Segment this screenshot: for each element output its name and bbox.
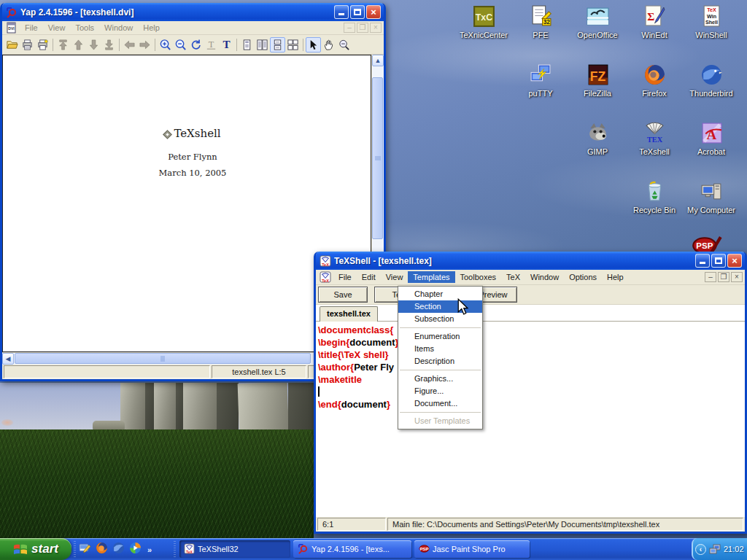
menu-item-chapter[interactable]: Chapter: [398, 288, 482, 300]
menu-item-enumeration[interactable]: Enumeration: [398, 330, 482, 343]
menu-item-items[interactable]: Items: [398, 343, 482, 355]
desktop-icon-acrobat[interactable]: AAcrobat: [683, 121, 740, 156]
yap-titlebar[interactable]: Yap 2.4.1596 - [texshell.dvi] ×: [2, 3, 384, 21]
yap-menu-help[interactable]: Help: [138, 22, 165, 34]
last-page-icon[interactable]: [101, 37, 117, 52]
continuous-icon[interactable]: [270, 37, 285, 52]
menu-item-graphics[interactable]: Graphics...: [398, 373, 482, 385]
tray-collapse-chevron[interactable]: ‹: [695, 544, 706, 555]
editor-line: \begin{document}: [318, 336, 745, 349]
editor-line: \end{document}: [318, 398, 745, 411]
print-page-icon[interactable]: [35, 37, 50, 52]
editor-textarea[interactable]: \documentclass{\begin{document}\title{\T…: [316, 322, 745, 517]
quicklaunch-overflow-chevron[interactable]: »: [147, 545, 152, 554]
tab-texshell-tex[interactable]: texshell.tex: [320, 306, 378, 322]
preview-author: Peter Flynn: [98, 152, 287, 162]
select-icon[interactable]: [306, 37, 321, 52]
quick-launch-bar: »: [79, 542, 152, 557]
page-down-icon[interactable]: [86, 37, 101, 52]
texshell-menu-templates[interactable]: Templates: [408, 271, 454, 283]
back-icon[interactable]: [122, 37, 137, 52]
texshell-menu-tex[interactable]: TeX: [501, 271, 525, 283]
refresh-icon[interactable]: [188, 37, 204, 52]
menu-separator: [400, 370, 481, 370]
vertical-scroll-thumb[interactable]: [372, 77, 383, 239]
preview-title: TeXshell: [98, 127, 287, 140]
mdi-minimize-button[interactable]: –: [705, 272, 716, 282]
desktop-icon-recyclebin[interactable]: Recycle Bin: [626, 179, 683, 214]
quicklaunch-show-desktop-icon[interactable]: [79, 542, 91, 557]
forward-icon[interactable]: [137, 37, 152, 52]
quicklaunch-firefox-icon[interactable]: [96, 542, 108, 557]
magnifier-icon[interactable]: [336, 37, 352, 52]
texshell-titlebar[interactable]: TeX TeXShell - [texshell.tex] ×: [316, 252, 745, 270]
texshell-menu-help[interactable]: Help: [602, 271, 629, 283]
zoom-out-icon[interactable]: [173, 37, 188, 52]
maximize-button[interactable]: [350, 5, 365, 19]
texshell-menu-file[interactable]: File: [333, 271, 357, 283]
editor-line: \maketitle: [318, 373, 745, 386]
texshell-menu-toolboxes[interactable]: Toolboxes: [455, 271, 502, 283]
desktop-icon-mycomputer[interactable]: My Computer: [683, 179, 740, 214]
minimize-button[interactable]: [334, 5, 349, 19]
taskbar-button-yap[interactable]: Yap 2.4.1596 - [texs...: [293, 540, 411, 558]
scroll-up-arrow[interactable]: ▲: [372, 55, 384, 66]
mdi-restore-button[interactable]: ❐: [357, 23, 368, 33]
texshell-menu-window[interactable]: Window: [525, 271, 564, 283]
desktop-icon-paintshoppro[interactable]: PSP: [690, 234, 724, 253]
desktop-icon-gimp[interactable]: GIMP: [569, 121, 626, 156]
menu-item-description[interactable]: Description: [398, 355, 482, 368]
texshell-menu-edit[interactable]: Edit: [357, 271, 381, 283]
save-button[interactable]: Save: [318, 287, 368, 303]
scroll-left-arrow[interactable]: ◀: [2, 353, 14, 365]
desktop-icon-winshell[interactable]: TeXWinShellWinShell: [683, 4, 740, 39]
desktop-icon-putty[interactable]: puTTY: [512, 63, 569, 98]
mdi-close-button[interactable]: ×: [370, 23, 382, 33]
page-up-icon[interactable]: [71, 37, 86, 52]
yap-menu-view[interactable]: View: [43, 22, 71, 34]
pan-icon[interactable]: [321, 37, 336, 52]
continuous-facing-icon[interactable]: [285, 37, 301, 52]
text-tool-icon[interactable]: T: [219, 37, 234, 52]
texshell-menu-options[interactable]: Options: [564, 271, 602, 283]
close-button[interactable]: ×: [366, 5, 381, 19]
first-page-icon[interactable]: [55, 37, 71, 52]
menu-item-section[interactable]: Section: [398, 300, 482, 313]
desktop-icon-firefox[interactable]: Firefox: [626, 63, 683, 98]
taskbar-button-psp[interactable]: PSPJasc Paint Shop Pro: [414, 540, 530, 558]
desktop-icon-openoffice[interactable]: OpenOffice: [569, 4, 626, 39]
desktop-icon-filezilla[interactable]: FZFileZilla: [569, 63, 626, 98]
yap-menu-window[interactable]: Window: [99, 22, 138, 34]
yap-menu-tools[interactable]: Tools: [70, 22, 99, 34]
taskbar-button-texshell32[interactable]: TeXTeXShell32: [179, 540, 290, 558]
desktop-icon-texshell[interactable]: TEXTeXshell: [626, 121, 683, 156]
desktop-icon-texniccenter[interactable]: TxCTeXnicCenter: [455, 4, 512, 39]
desktop-icon-thunderbird[interactable]: Thunderbird: [683, 63, 740, 98]
zoom-in-icon[interactable]: [158, 37, 173, 52]
desktop-icon-winedt[interactable]: ΣWinEdt: [626, 4, 683, 39]
desktop-icon-pfe[interactable]: 32PFE: [512, 4, 569, 39]
menu-item-figure[interactable]: Figure...: [398, 385, 482, 397]
minimize-button[interactable]: [695, 254, 710, 268]
single-page-icon[interactable]: [239, 37, 255, 52]
quicklaunch-thunderbird-icon[interactable]: [112, 542, 125, 557]
menu-item-document[interactable]: Document...: [398, 397, 482, 410]
print-icon[interactable]: [20, 37, 35, 52]
network-status-icon[interactable]: [709, 543, 721, 555]
texshell-menu-view[interactable]: View: [381, 271, 409, 283]
horizontal-scroll-thumb[interactable]: [15, 353, 311, 364]
start-button[interactable]: start: [0, 538, 71, 560]
mdi-close-button[interactable]: ×: [731, 272, 743, 282]
desktop-icon-label: puTTY: [512, 89, 569, 98]
open-icon[interactable]: [4, 37, 20, 52]
menu-item-subsection[interactable]: Subsection: [398, 313, 482, 325]
close-button[interactable]: ×: [727, 254, 742, 268]
maximize-button[interactable]: [711, 254, 726, 268]
mdi-restore-button[interactable]: ❐: [718, 272, 729, 282]
mdi-minimize-button[interactable]: –: [344, 23, 355, 33]
quicklaunch-media-player-icon[interactable]: [129, 542, 142, 557]
dvi-document-icon: DVI: [6, 22, 18, 34]
facing-pages-icon[interactable]: [255, 37, 270, 52]
edit-text-icon[interactable]: T: [204, 37, 219, 52]
yap-menu-file[interactable]: File: [20, 22, 43, 34]
